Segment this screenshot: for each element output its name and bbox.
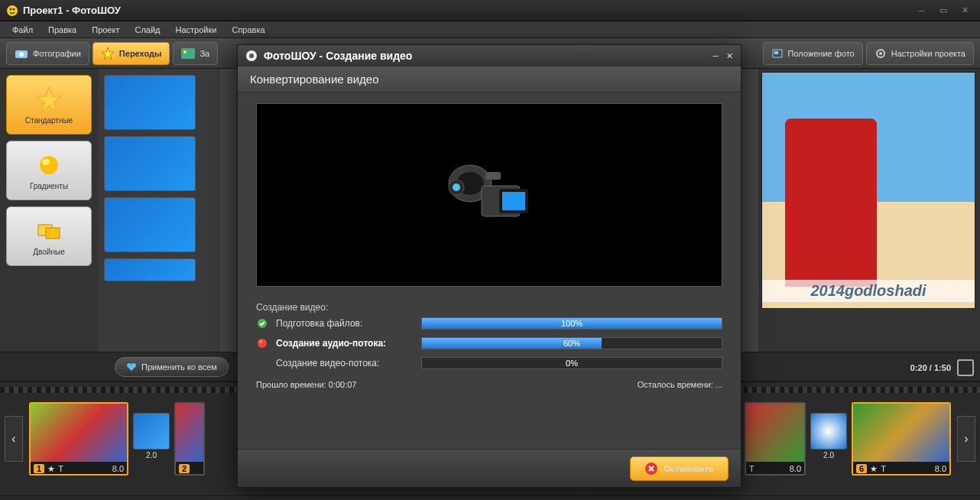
transition-5-6[interactable]: 2.0 bbox=[810, 413, 847, 465]
svg-point-29 bbox=[259, 340, 262, 343]
svg-marker-12 bbox=[37, 87, 61, 112]
gear-icon bbox=[875, 47, 887, 60]
watermark-text: 2014godloshadi bbox=[762, 280, 975, 302]
svg-rect-16 bbox=[46, 228, 60, 239]
elapsed-time: Прошло времени: 0:00:07 bbox=[256, 380, 356, 389]
slide-thumb bbox=[746, 404, 804, 462]
star-icon bbox=[35, 86, 63, 113]
text-icon: T bbox=[749, 464, 754, 473]
right-panel: 2014godloshadi bbox=[758, 69, 980, 352]
transition-thumb bbox=[810, 413, 847, 450]
dialog-subtitle: Конвертирование видео bbox=[238, 67, 741, 93]
stop-icon bbox=[644, 462, 658, 476]
fullscreen-button[interactable] bbox=[957, 359, 974, 376]
menu-help[interactable]: Справка bbox=[224, 23, 272, 37]
titlebar: Проект1 - ФотоШОУ ─ ▭ ✕ bbox=[0, 0, 980, 21]
transition-1-2[interactable]: 2.0 bbox=[133, 413, 170, 465]
transitions-list[interactable] bbox=[98, 69, 220, 352]
export-dialog: ФотоШОУ - Создание видео ─ ✕ Конвертиров… bbox=[237, 44, 741, 488]
close-button[interactable]: ✕ bbox=[956, 4, 974, 18]
menu-project[interactable]: Проект bbox=[84, 23, 127, 37]
transition-item[interactable] bbox=[104, 136, 196, 191]
transition-thumb bbox=[133, 413, 170, 450]
slide-thumb bbox=[176, 404, 203, 462]
maximize-button[interactable]: ▭ bbox=[934, 4, 952, 18]
heart-icon bbox=[126, 362, 137, 372]
remaining-time: Осталось времени: ... bbox=[638, 380, 722, 389]
category-sidebar: Стандартные Градиенты Двойные bbox=[0, 69, 98, 352]
svg-point-11 bbox=[879, 52, 882, 55]
transition-item[interactable] bbox=[104, 258, 196, 281]
svg-point-4 bbox=[19, 52, 24, 57]
slide-1[interactable]: 1 ★ T 8.0 bbox=[29, 402, 128, 476]
video-preview bbox=[256, 103, 722, 287]
apply-all-button[interactable]: Применить ко всем bbox=[115, 357, 229, 377]
dialog-close[interactable]: ✕ bbox=[726, 51, 733, 61]
progress-row-video: Создание видео-потока: 0% bbox=[256, 357, 722, 369]
tab-backgrounds[interactable]: За bbox=[173, 42, 218, 65]
svg-point-28 bbox=[258, 339, 267, 348]
camera-icon bbox=[15, 48, 28, 59]
progress-section-label: Создание видео: bbox=[256, 302, 722, 313]
progress-bar-audio: 60% bbox=[421, 337, 722, 349]
category-standard[interactable]: Стандартные bbox=[6, 75, 92, 135]
svg-point-22 bbox=[453, 183, 460, 191]
app-icon bbox=[6, 5, 18, 17]
dialog-titlebar: ФотоШОУ - Создание видео ─ ✕ bbox=[238, 45, 741, 67]
svg-point-2 bbox=[13, 8, 15, 10]
position-button[interactable]: Положение фото bbox=[763, 42, 863, 65]
slide-thumb bbox=[853, 404, 949, 462]
dialog-title: ФотоШОУ - Создание видео bbox=[264, 50, 412, 62]
category-gradients[interactable]: Градиенты bbox=[6, 141, 92, 200]
menu-file[interactable]: Файл bbox=[5, 23, 41, 37]
menubar: Файл Правка Проект Слайд Настройки Справ… bbox=[0, 21, 980, 38]
transition-item[interactable] bbox=[104, 197, 196, 252]
star-icon bbox=[101, 47, 115, 60]
playback-time: 0:20 / 1:50 bbox=[910, 363, 951, 372]
svg-point-7 bbox=[183, 50, 187, 54]
slide-preview: 2014godloshadi bbox=[761, 72, 975, 309]
camcorder-icon bbox=[440, 157, 539, 233]
progress-bar-video: 0% bbox=[421, 357, 722, 369]
timeline-prev[interactable]: ‹ bbox=[5, 416, 23, 462]
menu-slide[interactable]: Слайд bbox=[127, 23, 167, 37]
svg-rect-25 bbox=[502, 192, 525, 210]
svg-point-18 bbox=[249, 54, 254, 58]
text-icon: T bbox=[881, 464, 886, 473]
menu-settings[interactable]: Настройки bbox=[168, 23, 225, 37]
tab-photos[interactable]: Фотографии bbox=[6, 42, 89, 65]
svg-rect-26 bbox=[485, 172, 501, 180]
slide-5[interactable]: T 8.0 bbox=[745, 402, 806, 476]
svg-marker-5 bbox=[102, 47, 114, 60]
preview-image bbox=[785, 119, 877, 287]
record-icon bbox=[257, 338, 268, 349]
picture-icon bbox=[181, 48, 195, 59]
project-settings-button[interactable]: Настройки проекта bbox=[866, 42, 974, 65]
progress-row-audio: Создание аудио-потока: 60% bbox=[256, 337, 722, 349]
star-icon: ★ bbox=[47, 464, 55, 474]
transition-item[interactable] bbox=[104, 75, 196, 130]
progress-bar-files: 100% bbox=[421, 317, 722, 330]
app-icon bbox=[245, 50, 258, 62]
category-double[interactable]: Двойные bbox=[6, 206, 92, 266]
svg-point-14 bbox=[42, 159, 50, 165]
tab-transitions[interactable]: Переходы bbox=[92, 42, 170, 65]
minimize-button[interactable]: ─ bbox=[913, 4, 931, 18]
zoom-bar bbox=[0, 495, 980, 500]
position-icon bbox=[771, 48, 784, 59]
text-icon: T bbox=[58, 464, 63, 473]
menu-edit[interactable]: Правка bbox=[41, 23, 84, 37]
star-icon: ★ bbox=[870, 464, 878, 474]
svg-point-0 bbox=[7, 5, 18, 16]
dialog-minimize[interactable]: ─ bbox=[712, 51, 719, 61]
slide-thumb bbox=[31, 404, 127, 462]
slide-6[interactable]: 6 ★ T 8.0 bbox=[852, 402, 951, 476]
slide-2[interactable]: 2 bbox=[174, 402, 205, 476]
svg-point-1 bbox=[10, 8, 12, 10]
check-icon bbox=[257, 318, 268, 329]
stop-button[interactable]: Остановить bbox=[630, 456, 729, 481]
progress-row-files: Подготовка файлов: 100% bbox=[256, 317, 722, 330]
window-title: Проект1 - ФотоШОУ bbox=[23, 5, 121, 16]
timeline-next[interactable]: › bbox=[957, 416, 975, 462]
svg-rect-9 bbox=[774, 51, 778, 54]
